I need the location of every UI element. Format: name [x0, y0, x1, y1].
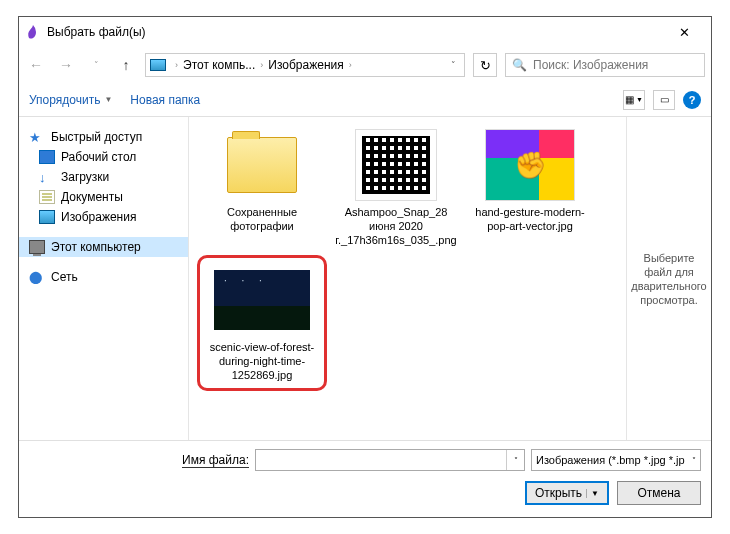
filetype-value: Изображения (*.bmp *.jpg *.jp: [536, 454, 685, 466]
view-mode-button[interactable]: ▦ ▼: [623, 90, 645, 110]
file-open-dialog: Выбрать файл(ы) ✕ ← → ˅ ↑ › Этот компь..…: [18, 16, 712, 518]
preview-pane: Выберите файл для дварительного просмотр…: [626, 117, 711, 440]
filename-history-dropdown[interactable]: ˅: [506, 450, 524, 470]
new-folder-button[interactable]: Новая папка: [130, 93, 200, 107]
pictures-icon: [150, 59, 166, 71]
folder-icon: [227, 137, 297, 193]
toolbar: Упорядочить▼ Новая папка ▦ ▼ ▭ ?: [19, 83, 711, 117]
chevron-right-icon: ›: [346, 60, 355, 70]
titlebar: Выбрать файл(ы) ✕: [19, 17, 711, 47]
image-thumbnail: [214, 270, 310, 330]
search-icon: 🔍: [512, 58, 527, 72]
sidebar-network[interactable]: ⬤ Сеть: [19, 267, 188, 287]
close-button[interactable]: ✕: [663, 18, 705, 46]
recent-dropdown[interactable]: ˅: [85, 54, 107, 76]
sidebar-pictures[interactable]: Изображения: [19, 207, 188, 227]
organize-menu[interactable]: Упорядочить▼: [29, 93, 112, 107]
chevron-down-icon: ▼: [104, 95, 112, 104]
star-icon: ★: [29, 130, 45, 144]
address-bar[interactable]: › Этот компь... › Изображения › ˅: [145, 53, 465, 77]
breadcrumb-folder[interactable]: Изображения: [268, 58, 343, 72]
file-label: Ashampoo_Snap_28 июня 2020 г._17h36m16s_…: [335, 205, 457, 247]
forward-button: →: [55, 54, 77, 76]
window-title: Выбрать файл(ы): [47, 25, 663, 39]
search-placeholder: Поиск: Изображения: [533, 58, 648, 72]
breadcrumb-pc[interactable]: Этот компь...: [183, 58, 255, 72]
file-item-folder[interactable]: Сохраненные фотографии: [197, 125, 327, 251]
sidebar-downloads[interactable]: ↓ Загрузки: [19, 167, 188, 187]
image-thumbnail: [485, 129, 575, 201]
sidebar-quick-access[interactable]: ★ Быстрый доступ: [19, 127, 188, 147]
computer-icon: [29, 240, 45, 254]
preview-placeholder: Выберите файл для дварительного просмотр…: [631, 251, 707, 307]
chevron-right-icon: ›: [257, 60, 266, 70]
file-label: scenic-view-of-forest-during-night-time-…: [204, 340, 320, 382]
image-thumbnail: [355, 129, 437, 201]
file-item-popart[interactable]: hand-gesture-modern-pop-art-vector.jpg: [465, 125, 595, 251]
up-button[interactable]: ↑: [115, 54, 137, 76]
nav-bar: ← → ˅ ↑ › Этот компь... › Изображения › …: [19, 47, 711, 83]
pictures-icon: [39, 210, 55, 224]
main-area: ★ Быстрый доступ Рабочий стол ↓ Загрузки…: [19, 117, 711, 440]
chevron-down-icon: ▼: [586, 489, 599, 498]
help-button[interactable]: ?: [683, 91, 701, 109]
file-list[interactable]: Сохраненные фотографии Ashampoo_Snap_28 …: [189, 117, 626, 440]
document-icon: [39, 190, 55, 204]
footer: Имя файла: ˅ Изображения (*.bmp *.jpg *.…: [19, 440, 711, 517]
refresh-button[interactable]: ↻: [473, 53, 497, 77]
filetype-select[interactable]: Изображения (*.bmp *.jpg *.jp ˅: [531, 449, 701, 471]
file-item-qr[interactable]: Ashampoo_Snap_28 июня 2020 г._17h36m16s_…: [331, 125, 461, 251]
search-input[interactable]: 🔍 Поиск: Изображения: [505, 53, 705, 77]
filename-label: Имя файла:: [29, 453, 249, 467]
chevron-down-icon: ˅: [692, 456, 696, 465]
desktop-icon: [39, 150, 55, 164]
preview-pane-button[interactable]: ▭: [653, 90, 675, 110]
network-icon: ⬤: [29, 270, 45, 284]
chevron-right-icon: ›: [172, 60, 181, 70]
back-button[interactable]: ←: [25, 54, 47, 76]
open-button[interactable]: Открыть▼: [525, 481, 609, 505]
app-icon: [25, 24, 41, 40]
sidebar-desktop[interactable]: Рабочий стол: [19, 147, 188, 167]
file-label: hand-gesture-modern-pop-art-vector.jpg: [469, 205, 591, 233]
filename-input[interactable]: ˅: [255, 449, 525, 471]
download-icon: ↓: [39, 170, 55, 184]
sidebar-this-pc[interactable]: Этот компьютер: [19, 237, 188, 257]
file-label: Сохраненные фотографии: [201, 205, 323, 233]
history-dropdown[interactable]: ˅: [447, 60, 460, 70]
sidebar-documents[interactable]: Документы: [19, 187, 188, 207]
cancel-button[interactable]: Отмена: [617, 481, 701, 505]
file-item-scenic[interactable]: scenic-view-of-forest-during-night-time-…: [197, 255, 327, 391]
sidebar: ★ Быстрый доступ Рабочий стол ↓ Загрузки…: [19, 117, 189, 440]
